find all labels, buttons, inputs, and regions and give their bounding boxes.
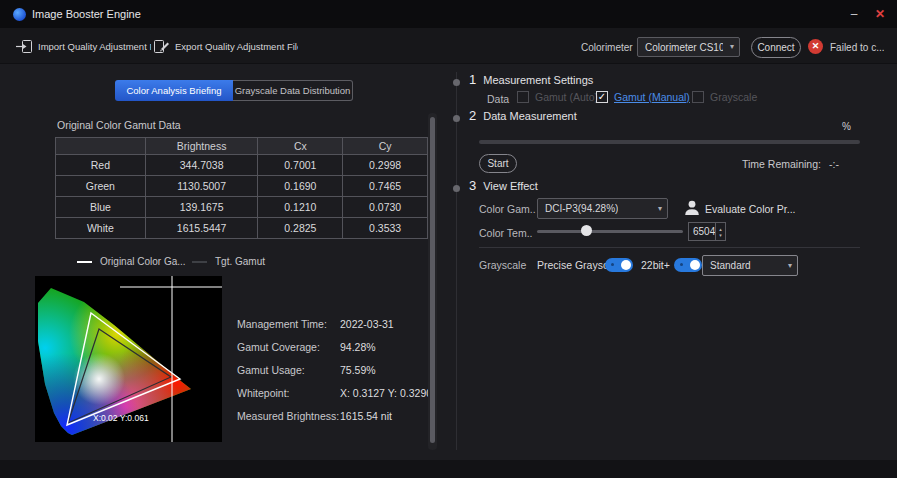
toolbar: Import Quality Adjustment File Export Qu… [0,28,897,64]
time-remaining-value: -:- [829,158,839,170]
color-gamut-select[interactable]: DCI-P3(94.28%) ▾ [537,198,668,219]
toggle-on-dot [680,263,683,266]
table-row: Blue 139.1675 0.1210 0.0730 [56,197,428,218]
info-row-gamut-usage: Gamut Usage: 75.59% [237,364,376,376]
grayscale-mode-value: Standard [710,260,751,271]
table-header-cell: Cx [258,138,343,155]
table-cell: 0.1690 [258,176,343,197]
percent-label: % [842,121,851,132]
table-cell: Blue [56,197,146,218]
close-button[interactable]: ✕ [869,3,891,25]
info-row-whitepoint: Whitepoint: X: 0.3127 Y: 0.3290 [237,387,432,399]
legend-label: Original Color Ga... [100,256,186,267]
slider-track[interactable] [537,230,683,233]
step-1-header: 1 Measurement Settings [469,72,593,87]
grayscale-mode-select[interactable]: Standard ▾ [702,255,798,276]
color-temp-slider[interactable] [537,224,683,238]
number-spinner[interactable]: ▴ ▾ [715,223,725,240]
table-cell: 0.7001 [258,155,343,176]
minimize-button[interactable]: – [843,3,865,25]
legend-label: Tgt. Gamut [215,256,265,267]
step-3-header: 3 View Effect [469,178,538,193]
color-gamut-label: Color Gam.. [479,203,536,215]
table-cell: 139.1675 [146,197,259,218]
connect-button[interactable]: Connect [751,37,801,58]
toggle-on-dot [611,263,614,266]
cie-chromaticity-diagram: X:0.02 Y:0.061 [35,276,222,442]
export-button-label: Export Quality Adjustment File [175,41,298,52]
import-button-label: Import Quality Adjustment File [38,41,151,52]
color-temp-label: Color Tem.. [479,227,533,239]
chevron-down-icon: ▾ [658,204,662,213]
chevron-down-icon: ▾ [788,261,792,270]
legend-target-gamut: Tgt. Gamut [192,256,265,267]
left-tabs: Color Analysis Briefing Grayscale Data D… [115,80,353,101]
checkbox-grayscale[interactable]: Grayscale [692,91,757,103]
import-quality-file-button[interactable]: Import Quality Adjustment File [16,36,151,56]
colorimeter-select-value: Colorimeter CS100A [645,42,723,53]
app-window: Image Booster Engine – ✕ Import Quality … [0,0,897,478]
gamut-table: Brightness Cx Cy Red 344.7038 0.7001 0.2… [55,137,428,239]
checkbox-checked-icon: ✓ [596,91,608,103]
colorimeter-select[interactable]: Colorimeter CS100A ▾ [637,37,740,57]
evaluate-color-button[interactable]: Evaluate Color Pr... [705,203,795,215]
table-header-row: Brightness Cx Cy [56,138,428,155]
step-bullet-icon [453,185,460,192]
measurement-progress-bar [479,140,860,144]
colorimeter-label: Colorimeter [581,42,633,53]
window-title: Image Booster Engine [32,8,141,20]
table-row: White 1615.5447 0.2825 0.3533 [56,218,428,239]
step-bullet-icon [453,79,460,86]
time-remaining-label: Time Remaining: [742,158,821,170]
table-cell: White [56,218,146,239]
table-header-cell: Brightness [146,138,259,155]
table-cell: 0.3533 [343,218,428,239]
export-quality-file-button[interactable]: Export Quality Adjustment File [153,36,298,56]
table-row: Red 344.7038 0.7001 0.2998 [56,155,428,176]
step-bullet-icon [453,115,460,122]
table-cell: Green [56,176,146,197]
color-temp-input[interactable] [689,223,715,240]
tab-grayscale-data-distribution[interactable]: Grayscale Data Distribution [233,80,353,101]
step-2-header: 2 Data Measurement [469,108,577,123]
connection-status-text: Failed to c... [830,42,884,53]
table-header-cell [56,138,146,155]
table-cell: 0.2825 [258,218,343,239]
legend-original-gamut: Original Color Ga... [77,256,186,267]
table-cell: Red [56,155,146,176]
bit-depth-toggle[interactable] [674,258,702,272]
diagram-coordinates-label: X:0.02 Y:0.061 [93,413,149,423]
precise-grayscale-toggle[interactable] [605,258,633,272]
import-icon [16,39,33,54]
steps-connector-line [456,72,457,450]
chevron-down-icon: ▾ [730,42,734,51]
checkbox-gamut-auto[interactable]: Gamut (Auto) [517,91,598,103]
color-temp-input-wrap: ▴ ▾ [688,222,726,241]
info-row-management-time: Management Time: 2022-03-31 [237,318,394,330]
section-divider [479,247,860,248]
titlebar: Image Booster Engine – ✕ [0,0,897,28]
export-icon [153,39,170,54]
tab-color-analysis-briefing[interactable]: Color Analysis Briefing [115,80,233,101]
start-button[interactable]: Start [479,154,517,173]
scrollbar-thumb[interactable] [430,117,435,443]
grayscale-label: Grayscale [479,259,526,271]
table-cell: 344.7038 [146,155,259,176]
person-icon [682,198,702,218]
table-row: Green 1130.5007 0.1690 0.7465 [56,176,428,197]
table-cell: 0.7465 [343,176,428,197]
info-row-gamut-coverage: Gamut Coverage: 94.28% [237,341,376,353]
color-gamut-select-value: DCI-P3(94.28%) [545,203,618,214]
data-label: Data [487,93,509,105]
slider-knob[interactable] [581,225,592,236]
vertical-scrollbar[interactable] [428,113,437,450]
table-cell: 0.0730 [343,197,428,218]
legend-line-original [77,261,92,263]
table-cell: 1130.5007 [146,176,259,197]
spinner-down-icon[interactable]: ▾ [719,232,722,238]
checkbox-gamut-manual[interactable]: ✓ Gamut (Manual) [596,91,690,103]
table-cell: 0.2998 [343,155,428,176]
bottom-bar [0,460,897,478]
app-logo-icon [13,8,26,21]
bit-depth-label: 22bit+ [641,259,670,271]
